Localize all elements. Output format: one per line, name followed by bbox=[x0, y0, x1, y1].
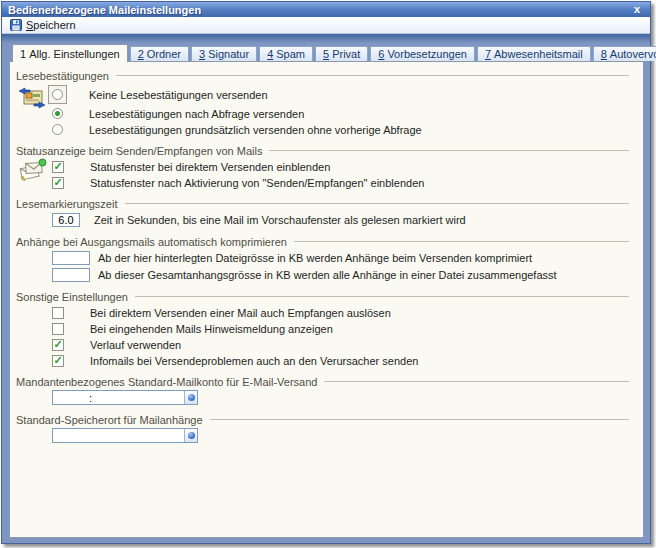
checkbox-statusfenster-direkt[interactable] bbox=[52, 161, 64, 173]
mail-status-icon bbox=[18, 158, 48, 184]
field-label: Ab der hier hinterlegten Dateigrösse in … bbox=[98, 252, 532, 264]
section-title: Mandantenbezogenes Standard-Mailkonto fü… bbox=[16, 376, 317, 388]
lookup-ball-icon[interactable] bbox=[184, 391, 197, 404]
dialog-window: Bedienerbezogene Maileinstellungen x Spe… bbox=[1, 1, 651, 544]
checkbox-row-verlauf: Verlauf verwenden bbox=[52, 338, 635, 351]
field-label: Zeit in Sekunden, bis eine Mail im Vorsc… bbox=[94, 214, 466, 226]
tab-label: Signatur bbox=[208, 48, 249, 60]
field-row-dateigroesse: Ab der hier hinterlegten Dateigrösse in … bbox=[52, 251, 635, 265]
section-divider bbox=[210, 419, 629, 420]
checkbox-row-hinweismeldung: Bei eingehenden Mails Hinweismeldung anz… bbox=[52, 322, 635, 335]
checkbox-row-statusfenster-aktivierung: Statusfenster nach Aktivierung von "Send… bbox=[52, 176, 635, 189]
tab-spam[interactable]: 4Spam bbox=[259, 46, 313, 61]
radio-label: Keine Lesebestätigungen versenden bbox=[89, 89, 268, 101]
standard-speicherort-combo[interactable] bbox=[52, 428, 198, 443]
radio-label: Lesebestätigungen grundsätzlich versende… bbox=[89, 124, 422, 136]
checkbox-statusfenster-aktivierung[interactable] bbox=[52, 177, 64, 189]
save-button-label: Speichern bbox=[26, 19, 76, 31]
field-label: Ab dieser Gesamtanhangsgrösse in KB werd… bbox=[98, 269, 557, 281]
section-title: Lesemarkierungszeit bbox=[16, 198, 118, 210]
tab-abwesenheitsmail[interactable]: 7Abwesenheitsmail bbox=[477, 46, 591, 61]
checkbox-label: Verlauf verwenden bbox=[90, 339, 181, 351]
section-lesemarkierungszeit: Lesemarkierungszeit Zeit in Sekunden, bi… bbox=[16, 197, 635, 227]
tab-number: 1 bbox=[20, 48, 26, 60]
tab-autovervollstaendigung[interactable]: 8Autovervollständigung bbox=[593, 46, 656, 61]
dateigroesse-input[interactable] bbox=[52, 251, 90, 265]
section-title: Anhänge bei Ausgangsmails automatisch ko… bbox=[16, 236, 287, 248]
radio-nach-abfrage[interactable] bbox=[52, 108, 63, 119]
radio-row-grundsaetzlich: Lesebestätigungen grundsätzlich versende… bbox=[52, 123, 635, 136]
checkbox-label: Infomails bei Versendeproblemen auch an … bbox=[90, 355, 418, 367]
section-title: Standard-Speicherort für Mailanhänge bbox=[16, 414, 203, 426]
field-row-lesemarkierungszeit: Zeit in Sekunden, bis eine Mail im Vorsc… bbox=[52, 213, 635, 227]
section-divider bbox=[324, 381, 629, 382]
tab-number: 3 bbox=[199, 48, 205, 60]
checkbox-infomails[interactable] bbox=[52, 355, 64, 367]
focus-frame bbox=[48, 85, 67, 104]
checkbox-verlauf[interactable] bbox=[52, 339, 64, 351]
mail-exchange-icon bbox=[18, 85, 46, 111]
section-divider bbox=[294, 241, 629, 242]
tab-label: Privat bbox=[332, 48, 360, 60]
checkbox-label: Statusfenster nach Aktivierung von "Send… bbox=[90, 177, 424, 189]
tab-label: Ordner bbox=[147, 48, 181, 60]
standard-mailkonto-combo[interactable] bbox=[52, 390, 198, 405]
title-bar[interactable]: Bedienerbezogene Maileinstellungen x bbox=[2, 2, 650, 17]
checkbox-hinweismeldung[interactable] bbox=[52, 323, 64, 335]
section-statusanzeige: Statusanzeige beim Senden/Empfangen von … bbox=[16, 144, 635, 189]
lesemarkierungszeit-input[interactable] bbox=[52, 213, 80, 227]
tab-label: Vorbesetzungen bbox=[387, 48, 467, 60]
window-title: Bedienerbezogene Maileinstellungen bbox=[8, 4, 630, 16]
section-title: Statusanzeige beim Senden/Empfangen von … bbox=[16, 145, 262, 157]
section-divider bbox=[125, 203, 630, 204]
tab-label: Abwesenheitsmail bbox=[494, 48, 583, 60]
tab-content-panel: Lesebestätigungen Keine Lesebestätigunge… bbox=[9, 61, 644, 538]
tab-allg-einstellungen[interactable]: 1Allg. Einstellungen bbox=[12, 44, 128, 62]
tab-vorbesetzungen[interactable]: 6Vorbesetzungen bbox=[370, 46, 475, 61]
section-anhaenge-komprimieren: Anhänge bei Ausgangsmails automatisch ko… bbox=[16, 235, 635, 282]
checkbox-label: Bei eingehenden Mails Hinweismeldung anz… bbox=[90, 323, 333, 335]
checkbox-row-infomails: Infomails bei Versendeproblemen auch an … bbox=[52, 354, 635, 367]
section-lesebestaetigungen: Lesebestätigungen Keine Lesebestätigunge… bbox=[16, 69, 635, 136]
section-divider bbox=[116, 75, 629, 76]
section-divider bbox=[269, 150, 629, 151]
tab-signatur[interactable]: 3Signatur bbox=[191, 46, 257, 61]
standard-speicherort-input[interactable] bbox=[53, 429, 184, 442]
section-title: Sonstige Einstellungen bbox=[16, 291, 128, 303]
tab-number: 4 bbox=[267, 48, 273, 60]
tab-label: Spam bbox=[276, 48, 305, 60]
radio-keine-lesebestaetigungen[interactable] bbox=[52, 89, 63, 100]
save-button[interactable]: Speichern bbox=[6, 18, 80, 32]
tab-number: 2 bbox=[138, 48, 144, 60]
tab-number: 5 bbox=[323, 48, 329, 60]
section-sonstige-einstellungen: Sonstige Einstellungen Bei direktem Vers… bbox=[16, 290, 635, 367]
radio-label: Lesebestätigungen nach Abfrage versenden bbox=[89, 108, 304, 120]
checkbox-label: Bei direktem Versenden einer Mail auch E… bbox=[90, 307, 391, 319]
checkbox-label: Statusfenster bei direktem Versenden ein… bbox=[90, 161, 330, 173]
checkbox-row-statusfenster-direkt: Statusfenster bei direktem Versenden ein… bbox=[52, 160, 635, 173]
tab-strip: 1Allg. Einstellungen 2Ordner 3Signatur 4… bbox=[9, 43, 644, 61]
section-divider bbox=[135, 296, 629, 297]
save-floppy-icon bbox=[10, 19, 22, 31]
standard-mailkonto-input[interactable] bbox=[53, 391, 184, 404]
gesamtanhangsgroesse-input[interactable] bbox=[52, 268, 90, 282]
tab-privat[interactable]: 5Privat bbox=[315, 46, 368, 61]
tab-label: Autovervollständigung bbox=[610, 48, 656, 60]
section-title: Lesebestätigungen bbox=[16, 70, 109, 82]
close-icon[interactable]: x bbox=[630, 3, 644, 16]
checkbox-empfangen-ausloesen[interactable] bbox=[52, 307, 64, 319]
lookup-ball-icon[interactable] bbox=[184, 429, 197, 442]
radio-grundsaetzlich[interactable] bbox=[52, 124, 63, 135]
radio-row-nach-abfrage: Lesebestätigungen nach Abfrage versenden bbox=[52, 107, 635, 120]
checkbox-row-empfangen-ausloesen: Bei direktem Versenden einer Mail auch E… bbox=[52, 306, 635, 319]
tab-label: Allg. Einstellungen bbox=[29, 48, 120, 60]
tab-number: 6 bbox=[378, 48, 384, 60]
frame-band bbox=[2, 34, 650, 43]
section-standard-mailkonto: Mandantenbezogenes Standard-Mailkonto fü… bbox=[16, 375, 635, 405]
field-row-gesamtanhangsgroesse: Ab dieser Gesamtanhangsgrösse in KB werd… bbox=[52, 268, 635, 282]
toolbar: Speichern bbox=[2, 17, 650, 34]
tab-number: 8 bbox=[601, 48, 607, 60]
radio-row-keine-lesebestaetigungen: Keine Lesebestätigungen versenden bbox=[52, 85, 635, 104]
section-standard-speicherort: Standard-Speicherort für Mailanhänge bbox=[16, 413, 635, 443]
tab-ordner[interactable]: 2Ordner bbox=[130, 46, 189, 61]
